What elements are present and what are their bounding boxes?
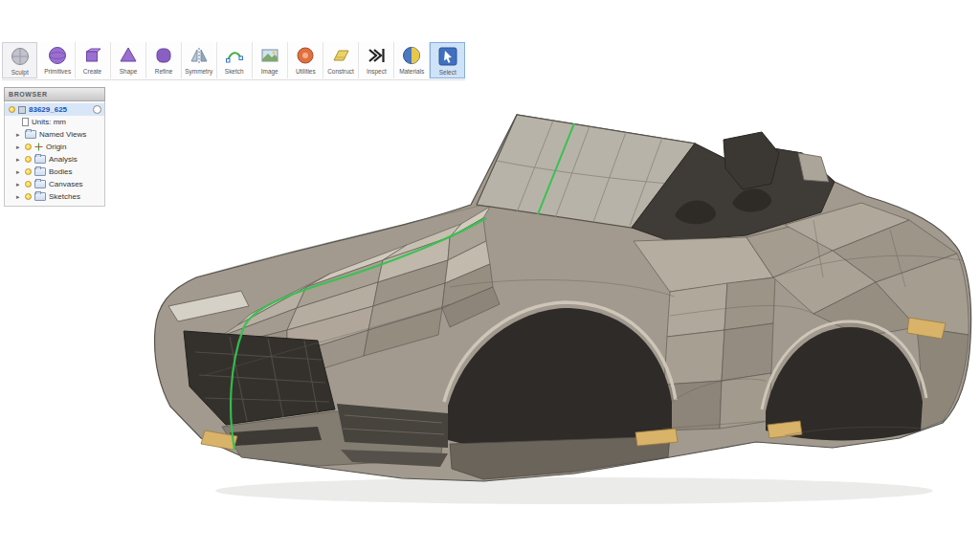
browser-item-label: Sketches bbox=[49, 192, 80, 201]
ground-shadow bbox=[215, 477, 933, 504]
folder-icon bbox=[34, 155, 46, 164]
origin-axes-icon bbox=[34, 143, 43, 151]
toolbar-item-label: Primitives bbox=[44, 68, 71, 76]
component-icon bbox=[18, 106, 26, 114]
browser-item-bodies[interactable]: ▸ Bodies bbox=[5, 166, 104, 178]
browser-item-label: Canvases bbox=[49, 180, 83, 188]
activate-radio[interactable] bbox=[93, 105, 101, 114]
toolbar-item-refine[interactable]: Refine bbox=[146, 42, 182, 78]
expander-icon[interactable]: ▸ bbox=[16, 156, 22, 163]
toolbar-item-label: Refine bbox=[155, 68, 173, 76]
materials-icon bbox=[400, 44, 423, 67]
toolbar-item-utilities[interactable]: Utilities bbox=[288, 42, 323, 78]
toolbar-item-materials[interactable]: Materials bbox=[394, 42, 430, 78]
visibility-bulb-icon[interactable] bbox=[25, 144, 32, 150]
visibility-bulb-icon[interactable] bbox=[9, 106, 15, 113]
browser-item-label: Bodies bbox=[49, 167, 72, 176]
visibility-bulb-icon[interactable] bbox=[25, 193, 32, 200]
toolbar-item-sketch[interactable]: Sketch bbox=[217, 42, 253, 78]
expander-icon[interactable]: ▸ bbox=[16, 144, 22, 150]
expander-icon[interactable]: ▸ bbox=[16, 193, 22, 200]
browser-item-analysis[interactable]: ▸ Analysis bbox=[5, 153, 104, 166]
browser-panel: BROWSER 83629_625 Units: mm ▸ Named View… bbox=[4, 87, 105, 207]
expander-icon[interactable]: ▸ bbox=[16, 168, 22, 175]
expander-icon[interactable]: ▸ bbox=[16, 181, 22, 188]
toolbar-item-label: Sketch bbox=[225, 68, 244, 76]
toolbar-item-label: Symmetry bbox=[186, 68, 213, 76]
toolbar-item-label: Image bbox=[261, 68, 278, 76]
toolbar-item-symmetry[interactable]: Symmetry bbox=[182, 42, 217, 78]
visibility-bulb-icon[interactable] bbox=[25, 168, 32, 175]
create-icon bbox=[81, 44, 104, 67]
construct-icon bbox=[329, 44, 352, 67]
browser-item-root[interactable]: 83629_625 bbox=[5, 103, 104, 116]
symmetry-icon bbox=[188, 44, 211, 67]
browser-root-label: 83629_625 bbox=[29, 105, 67, 114]
utilities-icon bbox=[294, 44, 317, 67]
folder-icon bbox=[34, 192, 46, 201]
inspect-icon bbox=[365, 44, 388, 67]
folder-icon bbox=[34, 167, 46, 176]
sculpt-icon bbox=[9, 45, 32, 68]
browser-item-units[interactable]: Units: mm bbox=[5, 116, 104, 128]
browser-item-canvases[interactable]: ▸ Canvases bbox=[5, 178, 104, 190]
shape-icon bbox=[117, 44, 140, 67]
toolbar-item-sculpt[interactable]: Sculpt bbox=[2, 42, 37, 78]
browser-item-label: Units: mm bbox=[32, 118, 66, 126]
browser-item-sketches[interactable]: ▸ Sketches bbox=[5, 190, 104, 203]
browser-item-label: Origin bbox=[46, 143, 66, 151]
toolbar-item-primitives[interactable]: Primitives bbox=[40, 42, 76, 78]
toolbar-item-create[interactable]: Create bbox=[76, 42, 111, 78]
visibility-bulb-icon[interactable] bbox=[25, 181, 32, 188]
visibility-bulb-icon[interactable] bbox=[25, 156, 32, 163]
browser-item-named-views[interactable]: ▸ Named Views bbox=[5, 128, 104, 141]
toolbar: Sculpt Primitives Create Shape Refine Sy… bbox=[2, 42, 465, 80]
toolbar-item-inspect[interactable]: Inspect bbox=[359, 42, 394, 78]
toolbar-item-label: Shape bbox=[120, 68, 138, 76]
browser-title: BROWSER bbox=[9, 91, 48, 98]
browser-item-label: Named Views bbox=[39, 130, 86, 139]
toolbar-item-select[interactable]: Select bbox=[430, 42, 465, 78]
3d-viewport[interactable] bbox=[0, 0, 980, 552]
image-icon bbox=[258, 44, 281, 67]
toolbar-item-image[interactable]: Image bbox=[253, 42, 288, 78]
toolbar-item-label: Materials bbox=[399, 68, 424, 76]
select-icon bbox=[436, 45, 459, 68]
browser-header[interactable]: BROWSER bbox=[4, 87, 105, 101]
document-icon bbox=[22, 118, 29, 126]
primitives-icon bbox=[46, 44, 69, 67]
folder-icon bbox=[25, 130, 36, 139]
refine-icon bbox=[152, 44, 175, 67]
toolbar-item-label: Create bbox=[83, 68, 101, 76]
toolbar-item-shape[interactable]: Shape bbox=[111, 42, 146, 78]
toolbar-item-label: Utilities bbox=[296, 68, 316, 76]
toolbar-item-construct[interactable]: Construct bbox=[323, 42, 359, 78]
toolbar-item-label: Inspect bbox=[367, 68, 387, 76]
toolbar-item-label: Select bbox=[439, 69, 457, 77]
folder-icon bbox=[34, 180, 46, 188]
toolbar-item-label: Construct bbox=[327, 68, 354, 76]
browser-tree: 83629_625 Units: mm ▸ Named Views ▸ Orig… bbox=[4, 101, 105, 207]
browser-item-origin[interactable]: ▸ Origin bbox=[5, 141, 104, 153]
browser-item-label: Analysis bbox=[49, 155, 78, 164]
sketch-icon bbox=[223, 44, 246, 67]
toolbar-item-label: Sculpt bbox=[11, 69, 29, 77]
expander-icon[interactable]: ▸ bbox=[16, 131, 22, 138]
